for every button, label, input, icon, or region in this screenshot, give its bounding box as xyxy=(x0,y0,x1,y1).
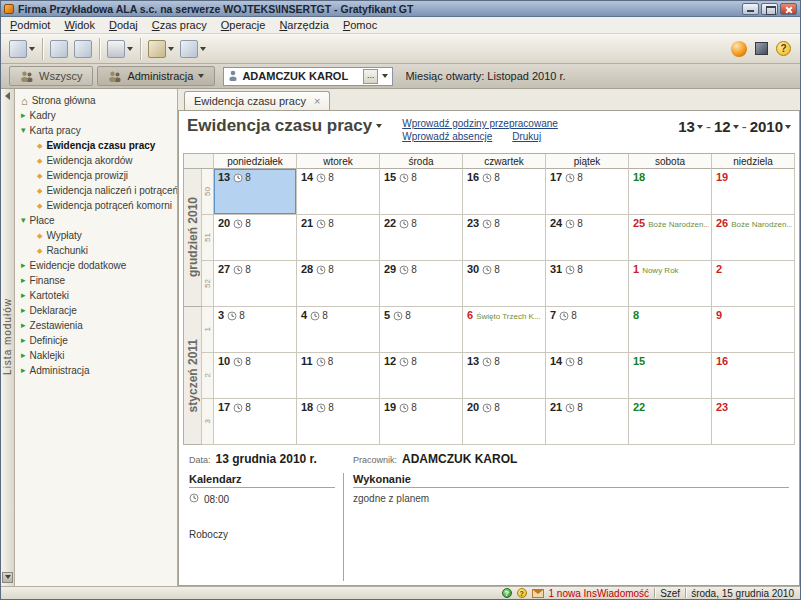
calendar-day-m0-20[interactable]: 208 xyxy=(214,215,297,261)
mail-icon[interactable] xyxy=(532,589,544,598)
calendar-day-m1-9[interactable]: 9 xyxy=(712,307,795,353)
sidebar-item-rachunki[interactable]: ◆Rachunki xyxy=(15,243,177,258)
sidebar-item-definicje[interactable]: ▸Definicje xyxy=(15,333,177,348)
calendar-day-m0-29[interactable]: 298 xyxy=(380,261,463,307)
calendar-day-m1-10[interactable]: 108 xyxy=(214,353,297,399)
calendar-day-m0-23[interactable]: 238 xyxy=(463,215,546,261)
tab-ewidencja-czasu-pracy[interactable]: Ewidencja czasu pracy × xyxy=(184,91,330,110)
calendar-day-m1-17[interactable]: 178 xyxy=(214,399,297,445)
tab-wszyscy[interactable]: Wszyscy xyxy=(9,66,93,86)
calendar-day-m1-6[interactable]: 6Święto Trzech K... xyxy=(463,307,546,353)
tab-administracja[interactable]: Administracja xyxy=(97,66,215,86)
calendar-day-m1-8[interactable]: 8 xyxy=(629,307,712,353)
toolbar-button-edit-document[interactable] xyxy=(47,38,71,60)
calendar-day-m1-16[interactable]: 16 xyxy=(712,353,795,399)
insert-sphere-icon[interactable] xyxy=(731,41,747,57)
calendar-day-m1-19[interactable]: 198 xyxy=(380,399,463,445)
status-yellow-icon[interactable]: ? xyxy=(517,588,527,598)
calendar-day-m1-22[interactable]: 22 xyxy=(629,399,712,445)
sidebar-item-finanse[interactable]: ▸Finanse xyxy=(15,273,177,288)
calendar-day-m0-21[interactable]: 218 xyxy=(297,215,380,261)
close-icon[interactable]: × xyxy=(314,96,320,106)
menu-item-pomoc[interactable]: Pomoc xyxy=(336,18,384,32)
calendar-day-m0-14[interactable]: 148 xyxy=(297,169,380,215)
employee-selector[interactable]: ADAMCZUK KAROL ... xyxy=(223,67,393,86)
close-button[interactable] xyxy=(780,3,797,15)
calendar-day-m1-11[interactable]: 118 xyxy=(297,353,380,399)
year-select[interactable]: 2010 xyxy=(750,118,791,135)
sidebar-item-ewidencja-nalicze-i-potr-ce[interactable]: ◆Ewidencja naliczeń i potrąceń xyxy=(15,183,177,198)
sidebar-item-p-ace[interactable]: ▾Płace xyxy=(15,213,177,228)
sidebar-item-zestawienia[interactable]: ▸Zestawienia xyxy=(15,318,177,333)
sidebar-item-wyp-aty[interactable]: ◆Wypłaty xyxy=(15,228,177,243)
sidebar-item-ewidencje-dodatkowe[interactable]: ▸Ewidencje dodatkowe xyxy=(15,258,177,273)
month-select[interactable]: 12 xyxy=(714,118,739,135)
calendar-day-m0-2[interactable]: 2 xyxy=(712,261,795,307)
sidebar-item-kadry[interactable]: ▸Kadry xyxy=(15,108,177,123)
sidebar-item-ewidencja-czasu-pracy[interactable]: ◆Ewidencja czasu pracy xyxy=(15,138,177,153)
calendar-day-m1-23[interactable]: 23 xyxy=(712,399,795,445)
calendar-day-m0-19[interactable]: 19 xyxy=(712,169,795,215)
status-green-icon[interactable]: ? xyxy=(502,588,512,598)
toolbar-button-add-document[interactable] xyxy=(6,38,38,60)
sidebar-item-ewidencja-akord-w[interactable]: ◆Ewidencja akordów xyxy=(15,153,177,168)
calendar-day-m0-1[interactable]: 1Nowy Rok xyxy=(629,261,712,307)
toolbar-button-operations[interactable] xyxy=(145,38,177,60)
day-number: 1 xyxy=(633,263,639,275)
calendar-day-m0-15[interactable]: 158 xyxy=(380,169,463,215)
calendar-day-m1-21[interactable]: 218 xyxy=(546,399,629,445)
calendar-day-m0-31[interactable]: 318 xyxy=(546,261,629,307)
calendar-day-m1-5[interactable]: 58 xyxy=(380,307,463,353)
link-wprowadz-absencje[interactable]: Wprowadź absencje xyxy=(402,131,492,142)
link-wprowadz-godziny[interactable]: Wprowadź godziny przepracowane xyxy=(402,118,558,129)
link-drukuj[interactable]: Drukuj xyxy=(512,131,541,142)
sidebar-item-kartoteki[interactable]: ▸Kartoteki xyxy=(15,288,177,303)
menu-item-widok[interactable]: Widok xyxy=(57,18,102,32)
calendar-day-m1-18[interactable]: 188 xyxy=(297,399,380,445)
modules-cube-icon[interactable] xyxy=(755,42,768,55)
day-select[interactable]: 13 xyxy=(678,118,703,135)
toolbar-button-print[interactable] xyxy=(104,38,136,60)
collapse-arrow-icon[interactable] xyxy=(5,92,10,100)
calendar-day-m0-26[interactable]: 26Boże Narodzen... xyxy=(712,215,795,261)
calendar-day-m0-30[interactable]: 308 xyxy=(463,261,546,307)
calendar-day-m0-16[interactable]: 168 xyxy=(463,169,546,215)
calendar-day-m0-24[interactable]: 248 xyxy=(546,215,629,261)
calendar-day-m1-20[interactable]: 208 xyxy=(463,399,546,445)
sidebar-item-naklejki[interactable]: ▸Naklejki xyxy=(15,348,177,363)
sidebar-item-ewidencja-potr-ce-komorni[interactable]: ◆Ewidencja potrąceń komorni xyxy=(15,198,177,213)
toolbar-button-delete-document[interactable] xyxy=(71,38,95,60)
page-title-dropdown[interactable]: Ewidencja czasu pracy xyxy=(187,116,382,136)
calendar-day-m1-15[interactable]: 15 xyxy=(629,353,712,399)
strip-menu-button[interactable] xyxy=(2,572,13,583)
sidebar-item-karta-pracy[interactable]: ▾Karta pracy xyxy=(15,123,177,138)
calendar-day-m1-3[interactable]: 38 xyxy=(214,307,297,353)
menu-item-podmiot[interactable]: Podmiot xyxy=(3,18,57,32)
calendar-day-m0-28[interactable]: 288 xyxy=(297,261,380,307)
sidebar-item-administracja[interactable]: ▸Administracja xyxy=(15,363,177,378)
menu-item-operacje[interactable]: Operacje xyxy=(214,18,273,32)
sidebar-item-deklaracje[interactable]: ▸Deklaracje xyxy=(15,303,177,318)
help-button[interactable]: ? xyxy=(776,41,791,56)
minimize-button[interactable] xyxy=(742,3,759,15)
menu-item-dodaj[interactable]: Dodaj xyxy=(102,18,145,32)
sidebar-item-strona-g-wna[interactable]: ⌂Strona główna xyxy=(15,93,177,108)
calendar-day-m0-22[interactable]: 228 xyxy=(380,215,463,261)
calendar-day-m0-17[interactable]: 178 xyxy=(546,169,629,215)
status-message[interactable]: 1 nowa InsWiadomość xyxy=(549,588,650,599)
calendar-day-m1-7[interactable]: 78 xyxy=(546,307,629,353)
menu-item-czas-pracy[interactable]: Czas pracy xyxy=(145,18,214,32)
calendar-day-m1-14[interactable]: 148 xyxy=(546,353,629,399)
menu-item-narz-dzia[interactable]: Narzędzia xyxy=(272,18,336,32)
calendar-day-m1-4[interactable]: 48 xyxy=(297,307,380,353)
calendar-day-m0-27[interactable]: 278 xyxy=(214,261,297,307)
calendar-day-m0-13[interactable]: 138 xyxy=(214,169,297,215)
calendar-day-m1-13[interactable]: 138 xyxy=(463,353,546,399)
sidebar-item-ewidencja-prowizji[interactable]: ◆Ewidencja prowizji xyxy=(15,168,177,183)
calendar-day-m1-12[interactable]: 128 xyxy=(380,353,463,399)
maximize-button[interactable] xyxy=(761,3,778,15)
calendar-day-m0-18[interactable]: 18 xyxy=(629,169,712,215)
calendar-day-m0-25[interactable]: 25Boże Narodzen... xyxy=(629,215,712,261)
toolbar-button-tools[interactable] xyxy=(177,38,209,60)
employee-more-button[interactable]: ... xyxy=(363,69,379,84)
